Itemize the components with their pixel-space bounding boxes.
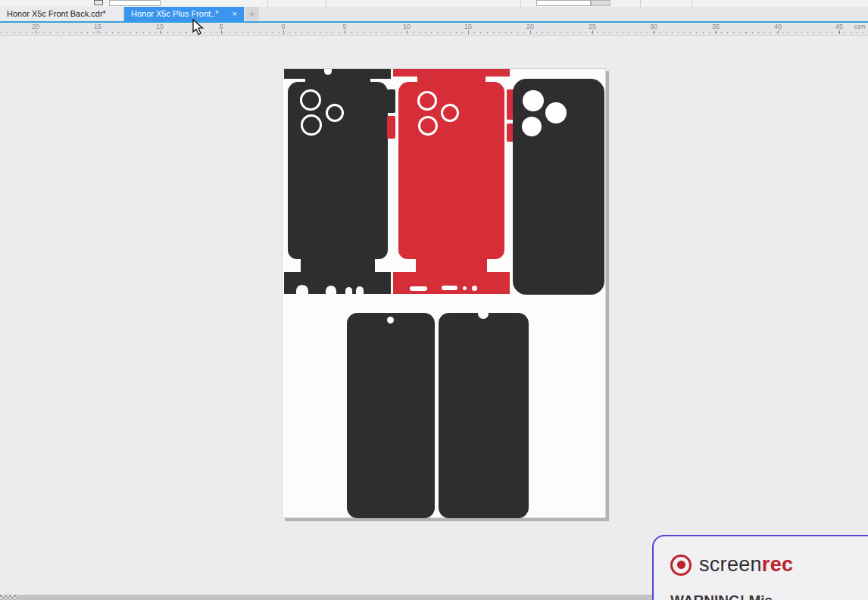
ruler-tick-label: 10 (403, 23, 411, 30)
record-icon (670, 555, 692, 576)
ruler-tick-label: 35 (712, 23, 720, 30)
ruler-tick-mark (778, 30, 779, 34)
skin-bottom-edge-strip (393, 272, 510, 294)
toolbar-separator (692, 0, 692, 7)
ruler-tick-label: 0 (281, 23, 285, 30)
watermark-warning-text: WARNING! Mis (670, 592, 773, 600)
phone-cover-dark[interactable] (513, 79, 604, 295)
ruler-tick-label: 5 (219, 23, 223, 30)
screenrec-brand: screenrec (670, 553, 793, 577)
toolbar-separator (326, 0, 326, 7)
waterdrop-notch-cutout (478, 313, 489, 319)
ruler-tick-mark (839, 30, 840, 34)
toolbar-combobox[interactable] (536, 0, 591, 6)
speaker-slot-cutout (410, 286, 427, 291)
ruler-tick-label: 20 (32, 23, 39, 30)
toolbar-separator (267, 0, 268, 7)
toolbar-separator (640, 0, 641, 7)
camera-ring (300, 89, 321, 111)
ruler-unit-label: cen (854, 23, 866, 30)
ruler-minor-ticks (0, 32, 868, 33)
camera-ring (441, 104, 459, 122)
screenrec-logo-text: screenrec (699, 553, 793, 577)
toolbar-icon[interactable] (94, 0, 103, 5)
ruler-tick-label: 15 (94, 23, 101, 30)
new-document-button[interactable]: + (245, 7, 259, 20)
document-tab-bar: Honor X5c Front Back.cdr* Honor X5c Plus… (0, 7, 868, 21)
ruler-tick-mark (407, 30, 407, 34)
close-icon[interactable]: × (233, 7, 237, 21)
ruler-tick-mark (530, 30, 531, 34)
skin-bottom-edge-strip (284, 272, 391, 294)
ruler-tick-label: 20 (526, 23, 534, 30)
ruler-tick-mark (345, 30, 345, 34)
ruler-tick-mark (160, 30, 161, 34)
ruler-tick-label: 30 (650, 23, 657, 30)
ruler-tick-mark (468, 30, 469, 34)
camera-hole (522, 117, 542, 136)
camera-hole (545, 102, 567, 123)
toolbar-input[interactable] (109, 0, 161, 6)
ruler-tick-label: 10 (156, 23, 164, 30)
mic-cutout (345, 287, 352, 294)
screenrec-watermark: screenrec WARNING! Mis (652, 535, 868, 600)
brand-rec: rec (762, 553, 793, 576)
horizontal-ruler[interactable]: cen 2015105051015202530354045 (0, 23, 868, 36)
mic-cutout (463, 286, 467, 290)
camera-ring (301, 114, 322, 136)
port-cutout (296, 285, 308, 294)
camera-ring (417, 91, 437, 111)
phone-front-skin-right[interactable] (439, 313, 529, 518)
scrollbar-corner-swatch (0, 595, 17, 600)
toolbar-combobox-button[interactable] (591, 0, 610, 6)
toolbar-separator (520, 0, 521, 7)
app-window: Honor X5c Front Back.cdr* Honor X5c Plus… (0, 0, 868, 600)
drawing-page (282, 68, 606, 518)
phone-back-skin-dark[interactable] (284, 69, 391, 294)
ruler-tick-mark (98, 30, 98, 34)
tab-honor-x5c-front-back[interactable]: Honor X5c Front Back.cdr* (0, 7, 124, 21)
ruler-tick-label: 15 (464, 23, 472, 30)
ruler-tick-mark (654, 30, 654, 34)
camera-ring (418, 116, 438, 136)
port-cutout (326, 286, 336, 294)
mic-cutout (472, 286, 477, 291)
ruler-tick-mark (716, 30, 717, 34)
ruler-tick-mark (592, 30, 593, 34)
tab-honor-x5c-plus-front[interactable]: Honor X5c Plus Front..* × (124, 7, 244, 21)
mic-cutout (356, 286, 364, 294)
usb-slot-cutout (442, 286, 457, 290)
phone-back-skin-red[interactable] (393, 69, 510, 294)
ruler-tick-label: 25 (589, 23, 596, 30)
punch-hole-camera-dot (387, 317, 394, 323)
tab-label: Honor X5c Front Back.cdr* (7, 9, 106, 18)
ruler-tick-label: 40 (774, 23, 782, 30)
camera-ring (326, 104, 344, 122)
ruler-tick-label: 5 (342, 23, 346, 30)
mouse-cursor-icon (192, 19, 207, 36)
ruler-tick-mark (221, 30, 222, 34)
brand-screen: screen (699, 553, 762, 576)
ruler-tick-label: 45 (835, 23, 843, 30)
camera-hole (523, 90, 544, 111)
ruler-tick-mark (36, 30, 36, 34)
ruler-tick-mark (283, 30, 284, 34)
phone-front-skin-left[interactable] (347, 313, 435, 518)
